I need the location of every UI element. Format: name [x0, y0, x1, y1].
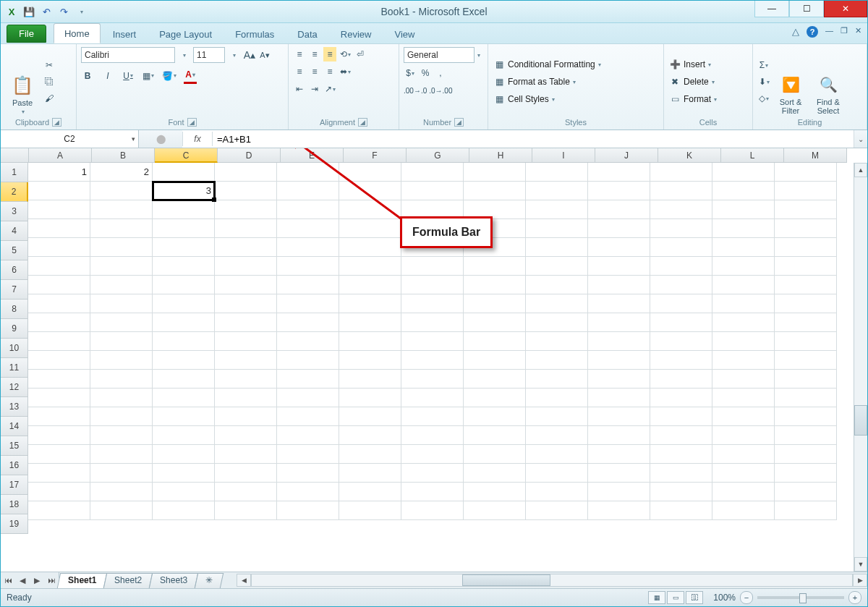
cell-L8[interactable]: [712, 294, 775, 313]
percent-icon[interactable]: %: [419, 66, 432, 80]
cell-D16[interactable]: [215, 445, 277, 464]
cell-A13[interactable]: [28, 389, 90, 407]
row-header-3[interactable]: 3: [1, 202, 28, 221]
font-color-icon[interactable]: A▾: [184, 67, 197, 84]
column-header-K[interactable]: K: [658, 148, 721, 163]
cell-F18[interactable]: [339, 483, 401, 501]
cell-F10[interactable]: [339, 332, 401, 351]
cell-E1[interactable]: [277, 163, 339, 182]
cell-H7[interactable]: [464, 276, 526, 294]
cell-I14[interactable]: [526, 407, 588, 426]
cell-M7[interactable]: [775, 276, 837, 294]
cell-G16[interactable]: [401, 445, 464, 464]
cell-C17[interactable]: [153, 464, 215, 483]
cell-L15[interactable]: [712, 426, 775, 445]
zoom-out-icon[interactable]: −: [740, 591, 753, 604]
cell-M16[interactable]: [775, 445, 837, 464]
row-header-4[interactable]: 4: [1, 221, 28, 241]
cell-C12[interactable]: [153, 370, 215, 389]
cell-K2[interactable]: [650, 182, 712, 200]
insert-cells-button[interactable]: Insert: [684, 59, 705, 69]
cell-A12[interactable]: [28, 370, 90, 389]
cell-G6[interactable]: [401, 257, 464, 276]
cell-E4[interactable]: [277, 219, 339, 238]
cell-C11[interactable]: [153, 351, 215, 370]
cell-M8[interactable]: [775, 294, 837, 313]
cell-K13[interactable]: [650, 389, 712, 407]
sheet-nav-prev-icon[interactable]: ◀: [15, 576, 30, 585]
cell-E3[interactable]: [277, 200, 339, 219]
increase-indent-icon[interactable]: ⇥: [308, 82, 321, 96]
cell-C6[interactable]: [153, 257, 215, 276]
cell-L16[interactable]: [712, 445, 775, 464]
cell-B13[interactable]: [90, 389, 153, 407]
cell-D4[interactable]: [215, 219, 277, 238]
cell-A10[interactable]: [28, 332, 90, 351]
sheet-nav-next-icon[interactable]: ▶: [30, 576, 44, 585]
cell-B19[interactable]: [90, 501, 153, 520]
cell-M11[interactable]: [775, 351, 837, 370]
cell-F8[interactable]: [339, 294, 401, 313]
sheet-nav-last-icon[interactable]: ⏭: [44, 576, 59, 585]
cell-C19[interactable]: [153, 501, 215, 520]
cell-G9[interactable]: [401, 313, 464, 332]
cell-K14[interactable]: [650, 407, 712, 426]
zoom-level[interactable]: 100%: [713, 593, 736, 603]
cell-M3[interactable]: [775, 200, 837, 219]
cell-K7[interactable]: [650, 276, 712, 294]
cell-B5[interactable]: [90, 238, 153, 257]
new-sheet-button[interactable]: ✳: [195, 573, 224, 588]
cell-I7[interactable]: [526, 276, 588, 294]
currency-icon[interactable]: $▾: [404, 66, 417, 80]
cell-K4[interactable]: [650, 219, 712, 238]
cell-H1[interactable]: [464, 163, 526, 182]
underline-button[interactable]: U▾: [122, 69, 135, 83]
sheet-tab-sheet1[interactable]: Sheet1: [57, 573, 108, 588]
cell-B16[interactable]: [90, 445, 153, 464]
column-header-B[interactable]: B: [92, 148, 155, 163]
align-right-icon[interactable]: ≡: [323, 64, 336, 79]
cell-M9[interactable]: [775, 313, 837, 332]
cell-I1[interactable]: [526, 163, 588, 182]
cell-B10[interactable]: [90, 332, 153, 351]
font-name-dropdown-icon[interactable]: ▾: [178, 48, 191, 62]
cell-F12[interactable]: [339, 370, 401, 389]
cell-G14[interactable]: [401, 407, 464, 426]
cell-J8[interactable]: [588, 294, 650, 313]
border-icon[interactable]: ▦▾: [142, 69, 155, 83]
cell-M13[interactable]: [775, 389, 837, 407]
cell-H19[interactable]: [464, 501, 526, 520]
cell-H6[interactable]: [464, 257, 526, 276]
cell-L9[interactable]: [712, 313, 775, 332]
cell-L19[interactable]: [712, 501, 775, 520]
cell-F5[interactable]: [339, 238, 401, 257]
cell-D19[interactable]: [215, 501, 277, 520]
cell-J14[interactable]: [588, 407, 650, 426]
cell-C8[interactable]: [153, 294, 215, 313]
cell-A19[interactable]: [28, 501, 90, 520]
column-header-H[interactable]: H: [469, 148, 532, 163]
fx-icon[interactable]: fx: [182, 132, 213, 146]
hscroll-thumb[interactable]: [462, 574, 550, 586]
cell-B12[interactable]: [90, 370, 153, 389]
row-header-11[interactable]: 11: [1, 358, 28, 378]
cell-K10[interactable]: [650, 332, 712, 351]
column-header-D[interactable]: D: [218, 148, 281, 163]
font-dialog-icon[interactable]: ◢: [187, 118, 197, 127]
cell-K1[interactable]: [650, 163, 712, 182]
tab-file[interactable]: File: [7, 25, 46, 43]
cell-L1[interactable]: [712, 163, 775, 182]
row-header-15[interactable]: 15: [1, 436, 28, 456]
decrease-decimal-icon[interactable]: .0→.00: [429, 83, 452, 98]
cell-H17[interactable]: [464, 464, 526, 483]
clipboard-dialog-icon[interactable]: ◢: [52, 118, 61, 127]
row-header-7[interactable]: 7: [1, 280, 28, 300]
horizontal-scrollbar[interactable]: ◀ ▶: [237, 572, 867, 588]
column-header-A[interactable]: A: [29, 148, 92, 163]
cell-J16[interactable]: [588, 445, 650, 464]
cell-M2[interactable]: [775, 182, 837, 200]
cell-I4[interactable]: [526, 219, 588, 238]
cell-A5[interactable]: [28, 238, 90, 257]
cell-I18[interactable]: [526, 483, 588, 501]
cell-B8[interactable]: [90, 294, 153, 313]
